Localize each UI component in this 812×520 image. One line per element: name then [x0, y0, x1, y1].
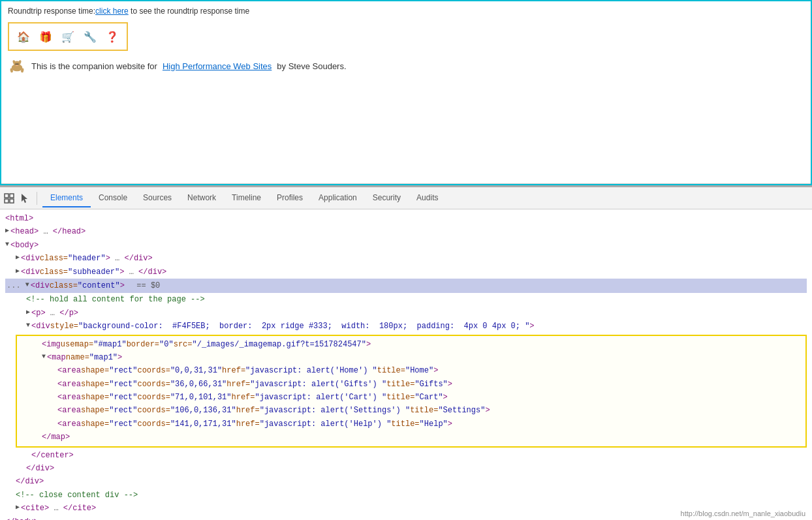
svg-point-5	[17, 63, 18, 65]
devtools-tabs: Elements Console Sources Network Timelin…	[42, 189, 446, 207]
dom-line: ▶ <div class= "subheader"> … </div>	[5, 266, 807, 279]
inspect-icon[interactable]	[3, 192, 16, 205]
roundtrip-suffix: to see the roundtrip response time	[129, 7, 249, 16]
dom-line: </map>	[21, 431, 802, 444]
dom-line: ▶ <head> … </head>	[5, 225, 807, 238]
roundtrip-text: Roundtrip response time:click here to se…	[8, 7, 804, 16]
companion-row: This is the companion website for High P…	[8, 59, 804, 73]
dom-line: ▶ <div class= "header"> … </div>	[5, 252, 807, 265]
devtools-icon-group	[3, 192, 37, 205]
settings-nav-icon[interactable]: 🔧	[81, 27, 99, 46]
dom-line: <html>	[5, 212, 807, 225]
webpage-area: Roundtrip response time:click here to se…	[1, 1, 811, 184]
dom-line: </div>	[5, 462, 807, 475]
nav-box: 🏠 🎁 🛒 🔧 ❓	[8, 22, 128, 51]
home-nav-icon[interactable]: 🏠	[14, 27, 33, 46]
cart-nav-icon[interactable]: 🛒	[59, 27, 77, 46]
highlighted-dom-section: <img usemap= "#map1" border= "0" src= "/…	[16, 335, 807, 448]
tab-profiles[interactable]: Profiles	[269, 189, 311, 207]
tab-network[interactable]: Network	[180, 189, 224, 207]
roundtrip-prefix: Roundtrip response time:	[8, 7, 95, 16]
companion-text: This is the companion website for	[31, 61, 157, 71]
tab-elements[interactable]: Elements	[42, 189, 91, 207]
dom-line-selected: ... ▼ <div class= "content"> == $0	[5, 279, 807, 293]
footer-url: http://blog.csdn.net/m_nanle_xiaobudiu	[681, 510, 805, 517]
tab-application[interactable]: Application	[311, 189, 365, 207]
dom-line: <!-- close content div -->	[5, 489, 807, 502]
tab-console[interactable]: Console	[91, 189, 135, 207]
svg-rect-9	[5, 194, 8, 198]
gift-nav-icon[interactable]: 🎁	[37, 27, 55, 46]
tab-audits[interactable]: Audits	[409, 189, 446, 207]
dom-line: ▶ <p> … </p>	[5, 307, 807, 320]
svg-point-6	[16, 65, 18, 66]
companion-suffix: by Steve Souders.	[277, 61, 346, 71]
roundtrip-link[interactable]: click here	[95, 7, 129, 16]
webpage-container: Roundtrip response time:click here to se…	[0, 0, 812, 185]
dom-line: ▼ <map name= "map1">	[21, 351, 802, 364]
dom-tree: <html> ▶ <head> … </head> ▼ <body> ▶ <di…	[0, 209, 812, 520]
dom-line: <area shape= "rect" coords= "36,0,66,31"…	[21, 378, 802, 391]
tab-security[interactable]: Security	[365, 189, 409, 207]
svg-rect-12	[10, 199, 14, 203]
dom-line: <img usemap= "#map1" border= "0" src= "/…	[21, 338, 802, 351]
svg-marker-13	[22, 194, 27, 203]
dom-line: <area shape= "rect" coords= "141,0,171,3…	[21, 418, 802, 431]
svg-point-4	[16, 63, 17, 65]
dom-line: ▼ <body>	[5, 239, 807, 252]
dom-line: <!-- hold all content for the page -->	[5, 293, 807, 306]
dom-line: ▼ <div style= "background-color: #F4F5EB…	[5, 320, 807, 333]
dom-line: </div>	[5, 475, 807, 488]
help-nav-icon[interactable]: ❓	[103, 27, 121, 46]
devtools-panel: Elements Console Sources Network Timelin…	[0, 185, 812, 520]
companion-link[interactable]: High Performance Web Sites	[163, 61, 272, 71]
dom-line: <area shape= "rect" coords= "106,0,136,3…	[21, 404, 802, 417]
devtools-toolbar: Elements Console Sources Network Timelin…	[0, 187, 812, 209]
tab-timeline[interactable]: Timeline	[224, 189, 269, 207]
dom-line: <area shape= "rect" coords= "71,0,101,31…	[21, 391, 802, 404]
svg-rect-11	[10, 194, 14, 198]
svg-rect-10	[5, 199, 8, 203]
tab-sources[interactable]: Sources	[135, 189, 180, 207]
dom-line: </center>	[5, 449, 807, 462]
dom-line: <area shape= "rect" coords= "0,0,31,31" …	[21, 364, 802, 377]
cursor-icon[interactable]	[18, 192, 31, 205]
dog-icon	[8, 59, 26, 73]
